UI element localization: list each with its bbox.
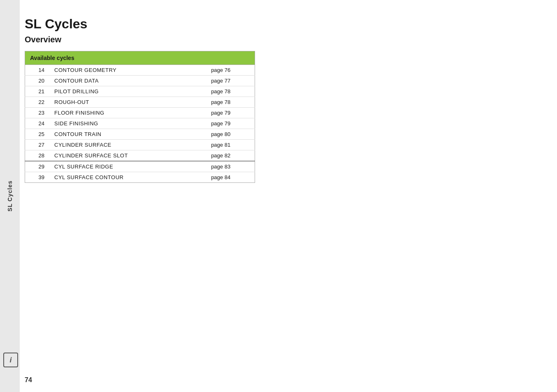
cycle-number: 23: [25, 108, 51, 118]
cycle-name: CYL SURFACE CONTOUR: [51, 172, 208, 183]
table-header: Available cycles: [25, 51, 255, 65]
table-row: 25CONTOUR TRAINpage 80: [25, 129, 255, 140]
cycle-name: CYLINDER SURFACE SLOT: [51, 150, 208, 161]
cycle-page: page 78: [208, 97, 255, 108]
side-tab-label: SL Cycles: [7, 180, 13, 212]
cycle-page: page 81: [208, 140, 255, 150]
table-row: 22ROUGH-OUTpage 78: [25, 97, 255, 108]
table-row: 14CONTOUR GEOMETRYpage 76: [25, 65, 255, 76]
table-row: 39CYL SURFACE CONTOURpage 84: [25, 172, 255, 183]
cycle-name: SIDE FINISHING: [51, 118, 208, 129]
cycle-page: page 82: [208, 150, 255, 161]
table-row: 21PILOT DRILLINGpage 78: [25, 86, 255, 97]
table-row: 29CYL SURFACE RIDGEpage 83: [25, 161, 255, 172]
page-number: 74: [25, 376, 32, 384]
cycle-number: 20: [25, 76, 51, 86]
cycle-number: 29: [25, 161, 51, 172]
table-row: 20CONTOUR DATApage 77: [25, 76, 255, 86]
cycle-name: PILOT DRILLING: [51, 86, 208, 97]
cycle-number: 25: [25, 129, 51, 140]
cycle-number: 22: [25, 97, 51, 108]
cycle-page: page 78: [208, 86, 255, 97]
page-title: SL Cycles: [25, 16, 541, 32]
cycle-page: page 83: [208, 161, 255, 172]
side-tab: SL Cycles i: [0, 0, 20, 392]
cycle-number: 27: [25, 140, 51, 150]
info-button[interactable]: i: [3, 353, 18, 367]
cycle-name: CYL SURFACE RIDGE: [51, 161, 208, 172]
main-content: SL Cycles Overview Available cycles 14CO…: [25, 16, 541, 376]
table-row: 24SIDE FINISHINGpage 79: [25, 118, 255, 129]
info-icon: i: [9, 356, 12, 364]
table-row: 23FLOOR FINISHINGpage 79: [25, 108, 255, 118]
cycle-page: page 77: [208, 76, 255, 86]
cycle-page: page 79: [208, 118, 255, 129]
cycle-page: page 80: [208, 129, 255, 140]
cycle-name: FLOOR FINISHING: [51, 108, 208, 118]
cycle-page: page 76: [208, 65, 255, 76]
page-container: SL Cycles i 74 SL Cycles Overview Availa…: [0, 0, 557, 392]
cycle-page: page 84: [208, 172, 255, 183]
cycle-number: 39: [25, 172, 51, 183]
table-row: 27CYLINDER SURFACEpage 81: [25, 140, 255, 150]
cycles-table: Available cycles 14CONTOUR GEOMETRYpage …: [25, 51, 255, 183]
section-title: Overview: [25, 35, 541, 44]
cycle-name: CYLINDER SURFACE: [51, 140, 208, 150]
cycle-number: 14: [25, 65, 51, 76]
cycle-name: CONTOUR GEOMETRY: [51, 65, 208, 76]
cycle-page: page 79: [208, 108, 255, 118]
cycle-name: CONTOUR TRAIN: [51, 129, 208, 140]
cycle-number: 24: [25, 118, 51, 129]
table-row: 28CYLINDER SURFACE SLOTpage 82: [25, 150, 255, 161]
cycle-name: CONTOUR DATA: [51, 76, 208, 86]
cycle-name: ROUGH-OUT: [51, 97, 208, 108]
cycle-number: 28: [25, 150, 51, 161]
cycle-number: 21: [25, 86, 51, 97]
